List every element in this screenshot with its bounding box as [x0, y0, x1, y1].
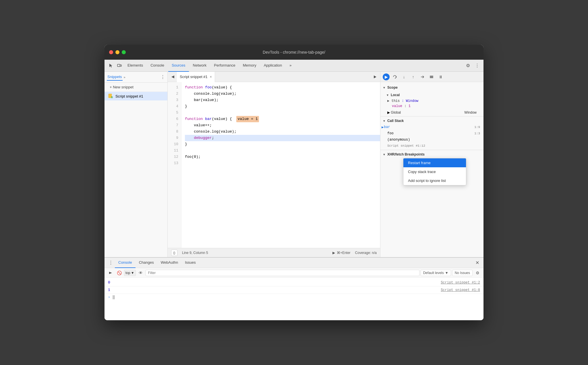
maximize-traffic-light[interactable] [122, 50, 126, 54]
tab-more[interactable]: » [286, 60, 295, 72]
deactivate-btn[interactable] [428, 73, 436, 81]
snippets-tab[interactable]: Snippets [107, 73, 123, 81]
call-stack-item-foo[interactable]: foo 1:3 [380, 130, 483, 137]
code-line-4: } [185, 103, 380, 110]
pause-btn[interactable]: ⏸ [437, 73, 445, 81]
console-log-src-0[interactable]: Script snippet #1:2 [441, 281, 480, 285]
step-out-btn[interactable]: ↑ [409, 73, 417, 81]
step-into-btn[interactable]: ↓ [400, 73, 408, 81]
console-log-src-1[interactable]: Script snippet #1:8 [441, 288, 480, 292]
code-line-5 [185, 110, 380, 116]
snippets-chevron[interactable]: » [124, 75, 125, 79]
code-content: function foo(value) { console.log(value)… [181, 82, 380, 248]
vertical-dots-icon[interactable]: ⋮ [473, 62, 481, 70]
svg-marker-8 [109, 272, 112, 274]
new-snippet-label: + New snippet [110, 85, 134, 89]
tab-bar-left: Elements Console Sources Network Perform… [107, 60, 295, 72]
call-stack-header[interactable]: ▼ Call Stack [380, 118, 483, 124]
editor-back-btn[interactable] [169, 73, 177, 81]
console-toolbar: 🚫 top ▼ 👁 Default levels ▼ No Issues ⚙ [105, 268, 483, 278]
bottom-tab-bar: ⋮ Console Changes WebAuthn Issues ✕ [105, 258, 483, 268]
close-traffic-light[interactable] [109, 50, 113, 54]
step-btn[interactable] [418, 73, 426, 81]
console-log-row-0: 0 Script snippet #1:2 [105, 279, 483, 286]
svg-rect-5 [430, 76, 433, 76]
svg-rect-7 [430, 77, 433, 78]
code-line-12: foo(0); [185, 154, 380, 160]
bottom-more-btn[interactable]: ⋮ [107, 259, 115, 267]
divider [380, 116, 483, 117]
bottom-tab-issues[interactable]: Issues [181, 258, 199, 268]
code-line-10: } [185, 141, 380, 147]
tab-network[interactable]: Network [189, 60, 210, 72]
xhr-chevron: ▼ [383, 153, 386, 156]
format-btn[interactable]: {} [171, 250, 177, 256]
bottom-close-btn[interactable]: ✕ [473, 259, 481, 267]
tab-sources[interactable]: Sources [168, 60, 189, 72]
devtools-body: Elements Console Sources Network Perform… [105, 60, 483, 320]
call-stack-item-snippet[interactable]: Script snippet #1:12 [380, 143, 483, 149]
tab-application[interactable]: Application [260, 60, 286, 72]
new-snippet-btn[interactable]: + New snippet [105, 83, 167, 92]
code-line-2: console.log(value); [185, 91, 380, 97]
code-line-7: value++; [185, 122, 380, 129]
editor-tab-close-btn[interactable]: × [210, 75, 212, 79]
snippet-name-1: Script snippet #1 [115, 94, 143, 98]
console-block-icon[interactable]: 🚫 [115, 269, 123, 277]
top-context-dropdown[interactable]: top ▼ [124, 270, 136, 276]
console-prompt-row: › [105, 294, 483, 300]
svg-rect-1 [120, 65, 121, 66]
title-bar: DevTools - chrome://new-tab-page/ [105, 45, 483, 60]
console-filter-input[interactable] [146, 270, 419, 276]
editor-tab-bar: Script snippet #1 × [168, 72, 380, 82]
sidebar-more-btn[interactable]: ⋮ [160, 74, 165, 80]
svg-rect-6 [430, 77, 433, 77]
gear-icon[interactable]: ⚙ [464, 62, 472, 70]
active-frame-arrow: ▶ [382, 125, 384, 129]
editor-run-btn[interactable] [371, 73, 379, 81]
console-log-row-1: 1 Script snippet #1:8 [105, 286, 483, 294]
code-editor: 1 2 3 4 5 6 7 8 9 10 11 12 13 [168, 82, 380, 248]
coverage-status: Coverage: n/a [355, 251, 377, 255]
local-chevron: ▼ [386, 94, 389, 97]
editor-tab-snippet1[interactable]: Script snippet #1 × [177, 72, 215, 82]
left-sidebar: Snippets » ⋮ + New snippet Script snippe… [105, 72, 168, 257]
tab-memory[interactable]: Memory [239, 60, 260, 72]
device-icon[interactable] [115, 62, 123, 70]
console-execute-btn[interactable] [107, 269, 114, 277]
tab-performance[interactable]: Performance [210, 60, 239, 72]
right-toolbar: ▶ ↓ ↑ [380, 72, 483, 82]
step-over-btn[interactable] [391, 73, 399, 81]
run-hint: ⌘+Enter [337, 251, 351, 255]
console-levels-dropdown[interactable]: Default levels ▼ [421, 270, 451, 276]
tab-console[interactable]: Console [147, 60, 168, 72]
editor-status-bar: {} Line 9, Column 5 ▶ ⌘+Enter Coverage: … [168, 248, 380, 257]
console-output: 0 Script snippet #1:2 1 Script snippet #… [105, 278, 483, 320]
local-section-header[interactable]: ▼ Local [380, 92, 483, 98]
scope-section-header[interactable]: ▼ Scope [380, 84, 483, 91]
console-chevron-icon: › [108, 295, 110, 299]
call-stack-item-anon[interactable]: (anonymous) [380, 137, 483, 143]
console-settings-icon[interactable]: ⚙ [474, 269, 481, 277]
xhr-section-header[interactable]: ▼ XHR/fetch Breakpoints [380, 151, 483, 158]
global-section-row[interactable]: ▶ Global Window [380, 110, 483, 115]
call-stack-label: Call Stack [387, 119, 404, 123]
minimize-traffic-light[interactable] [115, 50, 119, 54]
main-area: Snippets » ⋮ + New snippet Script snippe… [105, 72, 483, 257]
svg-marker-4 [374, 75, 376, 78]
bottom-tab-changes[interactable]: Changes [136, 258, 157, 268]
bottom-tab-webauthn[interactable]: WebAuthn [157, 258, 181, 268]
bottom-panel: ⋮ Console Changes WebAuthn Issues ✕ [105, 257, 483, 320]
resume-btn[interactable]: ▶ [383, 73, 390, 80]
divider2 [380, 150, 483, 150]
call-stack-item-bar[interactable]: ▶ bar 1:9 [380, 124, 483, 130]
console-cursor[interactable] [113, 295, 115, 299]
snippet-item-1[interactable]: Script snippet #1 [105, 92, 167, 100]
console-eye-icon[interactable]: 👁 [137, 269, 144, 277]
local-label: Local [391, 93, 400, 97]
tab-elements[interactable]: Elements [124, 60, 146, 72]
bottom-tab-console[interactable]: Console [115, 258, 136, 268]
code-line-6: function bar(value) { value = 1 [185, 116, 380, 122]
right-panel: ▶ ↓ ↑ [380, 72, 483, 257]
pointer-icon[interactable] [107, 62, 115, 70]
